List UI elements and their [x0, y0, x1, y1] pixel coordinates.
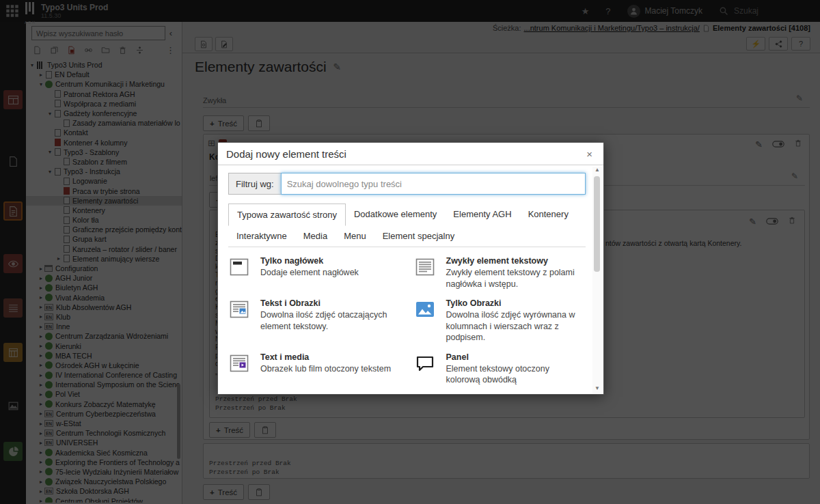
scrollbar-thumb[interactable] [594, 176, 600, 272]
tab-menu[interactable]: Menu [336, 225, 374, 247]
typo3-app: AGH Typo3 Units Prod 11.5.30 ★ ? Maciej … [0, 0, 820, 504]
close-icon[interactable]: × [584, 147, 595, 161]
textmedia-element-icon [228, 352, 250, 374]
header-element-icon [228, 256, 250, 278]
content-element-option-text-i-media[interactable]: Text i mediaObrazek lub film otoczony te… [228, 352, 400, 386]
content-type-filter-input[interactable] [281, 173, 586, 195]
modal-title: Dodaj nowy element treści [226, 148, 584, 160]
modal-body: Filtruj wg: Typowa zawartość stronyDodat… [218, 165, 603, 395]
modal-tabs: Typowa zawartość stronyDodatkowe element… [228, 204, 586, 247]
option-title: Panel [446, 352, 586, 362]
option-title: Tylko nagłówek [260, 256, 359, 266]
tab-element-specjalny[interactable]: Element specjalny [374, 225, 463, 247]
option-description: Element tekstowy otoczony kolorową obwód… [446, 363, 586, 386]
content-element-option-wizytówka[interactable]: WizytówkaInformacje o pracowniku [414, 395, 586, 395]
option-description: Dowolna ilość zdjęć otaczających element… [260, 309, 400, 332]
option-description: Dodaje element nagłówek [260, 267, 359, 279]
modal-header: Dodaj nowy element treści × [218, 143, 603, 165]
content-element-option-panel[interactable]: PanelElement tekstowy otoczony kolorową … [414, 352, 586, 386]
option-title: Tekst i Obrazki [260, 298, 400, 308]
scroll-up-icon[interactable]: ▲ [592, 167, 602, 175]
filter-label: Filtruj wg: [228, 173, 281, 195]
tab-interaktywne[interactable]: Interaktywne [228, 225, 295, 247]
option-title: Zwykły element tekstowy [446, 256, 586, 266]
content-element-option-tekst-i-obrazki[interactable]: Tekst i ObrazkiDowolna ilość zdjęć otacz… [228, 298, 400, 344]
option-title: Wizytówka [446, 395, 538, 395]
new-content-element-modal: Dodaj nowy element treści × Filtruj wg: … [217, 142, 604, 395]
card-container-element-icon [228, 395, 250, 395]
content-element-option-tylko-nagłówek[interactable]: Tylko nagłówekDodaje element nagłówek [228, 256, 400, 290]
tab-media[interactable]: Media [295, 225, 336, 247]
panel-element-icon [414, 352, 436, 374]
tab-kontenery[interactable]: Kontenery [520, 204, 577, 225]
content-element-option-tylko-obrazki[interactable]: Tylko ObrazkiDowolna ilość zdjęć wyrówna… [414, 298, 586, 344]
option-description: Zwykły element tekstowy z polami nagłówk… [446, 267, 586, 290]
tab-dodatkowe-elementy[interactable]: Dodatkowe elementy [346, 204, 445, 225]
option-title: Tylko Obrazki [446, 298, 586, 308]
tab-elementy-agh[interactable]: Elementy AGH [445, 204, 519, 225]
image-element-icon [414, 298, 436, 320]
option-title: Text i media [260, 352, 391, 362]
scroll-down-icon[interactable]: ▼ [592, 385, 602, 393]
content-element-option-zwykły-element-tekstowy[interactable]: Zwykły element tekstowyZwykły element te… [414, 256, 586, 290]
card-element-icon [414, 395, 436, 395]
modal-scrollbar: ▲ ▼ [592, 167, 602, 393]
option-description: Obrazek lub film otoczony tekstem [260, 363, 391, 375]
content-element-option-kontener-na-wizytówki[interactable]: Kontener na wizytówkiKontener służący do… [228, 395, 400, 395]
tab-typowa-zawartość-strony[interactable]: Typowa zawartość strony [228, 204, 346, 226]
text-element-icon [414, 256, 436, 278]
option-description: Dowolna ilość zdjęć wyrównana w kolumnac… [446, 309, 586, 344]
content-element-grid: Tylko nagłówekDodaje element nagłówekZwy… [228, 256, 586, 395]
option-title: Kontener na wizytówki [260, 395, 400, 395]
textpic-element-icon [228, 298, 250, 320]
